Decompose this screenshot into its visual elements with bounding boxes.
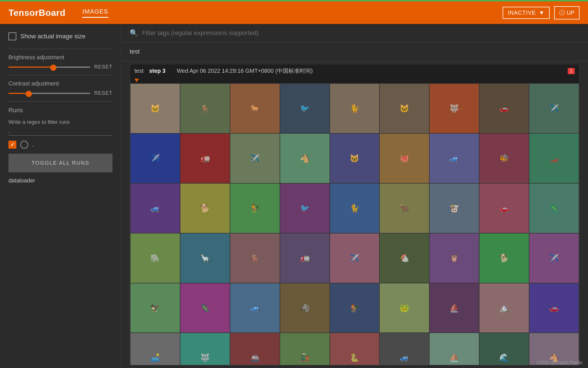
image-cell: 🐱	[131, 84, 180, 133]
run-radio[interactable]	[20, 141, 28, 149]
panel-timestamp: Wed Apr 06 2022 14:29:16 GMT+0800 (中国标准时…	[177, 67, 313, 75]
toggle-all-runs-button[interactable]: TOGGLE ALL RUNS	[8, 154, 112, 172]
show-image-size-row: Show actual image size	[8, 32, 112, 40]
show-image-size-label: Show actual image size	[20, 33, 85, 40]
contrast-slider-row: RESET	[8, 90, 112, 96]
image-cell: 🦎	[529, 184, 579, 233]
red-badge: 1	[568, 68, 575, 74]
image-cell: 🚛	[180, 134, 230, 183]
run-checkbox[interactable]: ✓	[8, 141, 16, 149]
status-dropdown[interactable]: INACTIVE ▼	[503, 7, 550, 19]
brightness-track	[8, 67, 90, 68]
topnav: TensorBoard IMAGES INACTIVE ▼ ⓘ UP	[0, 1, 588, 24]
divider-1	[8, 49, 112, 49]
image-cell: 🐦	[280, 84, 330, 133]
topnav-right: INACTIVE ▼ ⓘ UP	[503, 6, 580, 19]
main-layout: Show actual image size Brightness adjust…	[0, 24, 588, 368]
images-tab[interactable]: IMAGES	[82, 8, 108, 18]
regex-input[interactable]	[8, 127, 112, 136]
tag-section: test	[121, 42, 588, 61]
panel-run-label: test	[134, 68, 143, 74]
image-cell: 🐘	[131, 233, 180, 283]
dropdown-arrow-icon: ▼	[539, 10, 545, 16]
image-cell: 🐂	[380, 184, 429, 233]
image-panel-header: test step 3 Wed Apr 06 2022 14:29:16 GMT…	[130, 64, 579, 78]
regex-label: Write a regex to filter runs	[8, 119, 112, 125]
watermark: CSDN @Knight.Panda	[537, 360, 582, 365]
image-cell: 🐝	[479, 134, 529, 183]
image-cell: 🚗	[529, 283, 579, 333]
runs-label: Runs	[8, 107, 112, 114]
brightness-label: Brightness adjustment	[8, 54, 112, 61]
orange-indicator-row	[130, 78, 579, 83]
panel-step-label: step 3	[149, 68, 165, 74]
runs-section: Runs Write a regex to filter runs ✓ . TO…	[8, 107, 112, 184]
contrast-slider[interactable]	[8, 91, 90, 96]
image-cell: 🐕	[180, 184, 230, 233]
brightness-slider[interactable]	[8, 64, 90, 70]
image-cell: 🚛	[280, 233, 330, 283]
image-cell: 🚙	[380, 333, 429, 365]
image-grid: 🐱 🦌 🐎 🐦 🐈 🐱 🐺 🚗 ✈️ ✈️ 🚛 ✈️ 🐴 🐱 🐙 🚙 🐝 🏎️ …	[130, 83, 579, 365]
image-cell: ✈️	[529, 233, 579, 283]
image-cell: 🐮	[430, 184, 479, 233]
image-cell: 🦉	[430, 233, 479, 283]
tag-title: test	[130, 45, 580, 58]
image-cell: 🐎	[230, 84, 280, 133]
image-cell: ✈️	[230, 134, 280, 183]
image-cell: ⛵	[430, 283, 479, 333]
contrast-label: Contrast adjustment	[8, 80, 112, 87]
image-cell: ✈️	[330, 233, 379, 283]
image-cell: ⛵	[430, 333, 479, 365]
contrast-track	[8, 93, 90, 94]
image-cell: 🚂	[280, 333, 330, 365]
checkmark-icon: ✓	[10, 142, 15, 148]
image-cell: 🐓	[330, 283, 379, 333]
sidebar: Show actual image size Brightness adjust…	[0, 24, 121, 368]
divider-3	[8, 101, 112, 102]
image-cell: 🐔	[380, 233, 429, 283]
image-cell: 🐕	[479, 233, 529, 283]
search-icon: 🔍	[130, 29, 138, 37]
image-cell: ✈️	[131, 134, 180, 183]
image-cell: 🏔️	[479, 283, 529, 333]
status-label: INACTIVE	[508, 10, 536, 16]
image-cell: 🐦	[280, 184, 330, 233]
content-area: 🔍 test test step 3 Wed Apr 06 2022 14:29…	[121, 24, 588, 368]
brightness-reset-button[interactable]: RESET	[94, 64, 112, 70]
up-label: UP	[567, 10, 574, 16]
up-button[interactable]: ⓘ UP	[554, 6, 580, 19]
image-panel: test step 3 Wed Apr 06 2022 14:29:16 GMT…	[130, 64, 580, 365]
image-cell: 🦓	[280, 283, 330, 333]
image-cell: 🚢	[230, 333, 280, 365]
image-cell: 🐈	[330, 84, 379, 133]
divider-2	[8, 75, 112, 75]
show-image-size-checkbox[interactable]	[8, 32, 16, 40]
contrast-thumb[interactable]	[26, 91, 32, 97]
image-cell: 🦌	[230, 233, 280, 283]
brightness-slider-row: RESET	[8, 64, 112, 70]
brightness-thumb[interactable]	[50, 65, 56, 71]
run-item-row: ✓ .	[8, 141, 112, 149]
image-cell: ✈️	[529, 84, 579, 133]
image-cell: 🦅	[131, 283, 180, 333]
image-cell: 🐱	[330, 134, 379, 183]
orange-triangle-icon	[134, 79, 139, 82]
logo: TensorBoard	[8, 8, 65, 18]
image-cell: 🐓	[230, 184, 280, 233]
image-cell: 🦙	[180, 233, 230, 283]
image-cell: 🚙	[230, 283, 280, 333]
image-cell: 🚙	[131, 184, 180, 233]
step-prefix: step	[149, 68, 162, 74]
image-cell: 🚙	[430, 134, 479, 183]
contrast-reset-button[interactable]: RESET	[94, 90, 112, 96]
image-cell: 🌊	[479, 333, 529, 365]
image-cell: 🦌	[180, 84, 230, 133]
run-dot-label: .	[32, 141, 34, 148]
image-cell: 🐱	[380, 84, 429, 133]
brightness-fill	[8, 67, 53, 68]
info-icon: ⓘ	[559, 9, 565, 17]
image-cell: 🐈	[330, 184, 379, 233]
image-cell: 🚗	[479, 184, 529, 233]
filter-input[interactable]	[142, 29, 580, 37]
